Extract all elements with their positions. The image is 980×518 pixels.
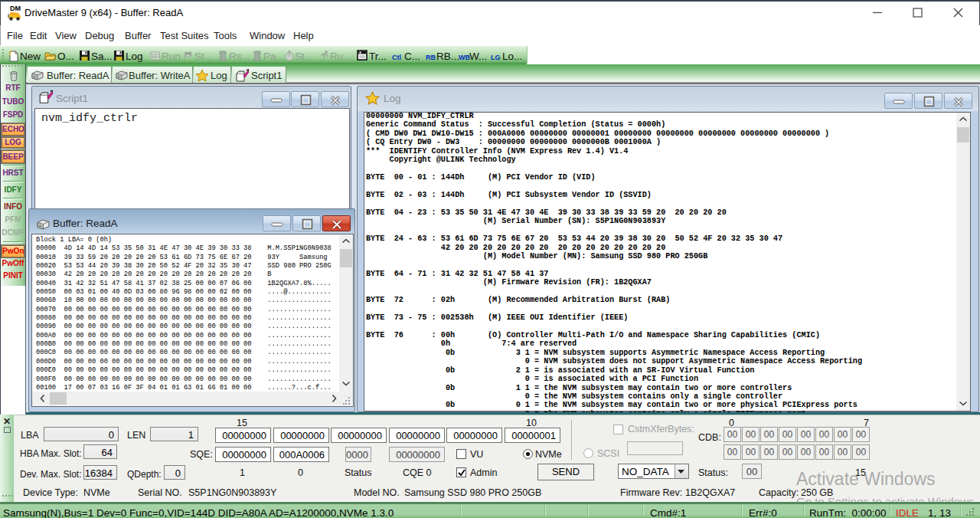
svg-text:DM: DM	[10, 5, 21, 12]
